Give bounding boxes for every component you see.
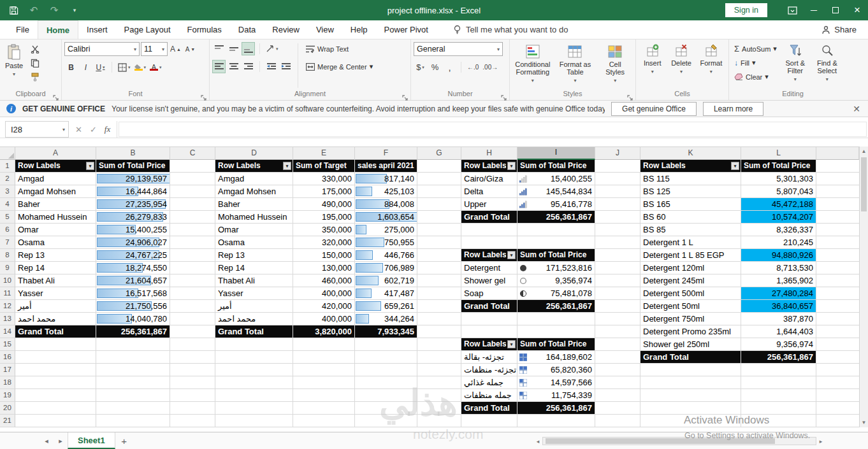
cell-J8[interactable] <box>595 249 640 262</box>
cell-A4[interactable]: Baher <box>15 198 96 211</box>
cell-E14[interactable]: 3,820,000 <box>293 325 355 338</box>
cell-J10[interactable] <box>595 274 640 287</box>
cell-L20[interactable] <box>741 402 816 415</box>
cell-K14[interactable]: Detergent Promo 235ml <box>640 325 741 338</box>
cell-G5[interactable] <box>417 211 461 224</box>
cell-H13[interactable] <box>461 313 517 325</box>
cell-F17[interactable] <box>355 364 417 376</box>
cell-L19[interactable] <box>741 389 816 402</box>
font-color-button[interactable]: A▾ <box>148 61 163 74</box>
align-left-button[interactable] <box>212 60 226 73</box>
cell-H16[interactable]: تجزئه- بقالة <box>461 351 517 364</box>
cell-A10[interactable]: Thabet Ali <box>15 274 96 287</box>
cell-C9[interactable] <box>170 262 215 274</box>
column-header-H[interactable]: H <box>461 147 517 160</box>
save-icon[interactable] <box>8 4 19 16</box>
cell-C3[interactable] <box>170 185 215 198</box>
cell-L8[interactable]: 94,880,926 <box>741 249 816 262</box>
cell-G16[interactable] <box>417 351 461 364</box>
column-header-I[interactable]: I <box>517 147 595 160</box>
cell-H4[interactable]: Upper <box>461 198 517 211</box>
cell-I10[interactable]: 9,356,974 <box>517 274 595 287</box>
cell-L13[interactable]: 387,870 <box>741 313 816 325</box>
cell-C12[interactable] <box>170 300 215 313</box>
cell-H20[interactable]: Grand Total <box>461 402 517 415</box>
increase-decimal-button[interactable]: ←.0 <box>466 61 480 74</box>
cell-A18[interactable] <box>15 376 96 389</box>
cell-B9[interactable]: 18,274,550 <box>96 262 170 274</box>
font-name-select[interactable]: Calibri▾ <box>64 42 140 56</box>
cell-H19[interactable]: جمله منظفات <box>461 389 517 402</box>
row-header-6[interactable]: 6 <box>0 224 15 236</box>
cell-C11[interactable] <box>170 287 215 300</box>
cell-B8[interactable]: 24,767,225 <box>96 249 170 262</box>
cell-K13[interactable]: Detergent 750ml <box>640 313 741 325</box>
cell-H18[interactable]: جمله غذائي <box>461 376 517 389</box>
cell-H9[interactable]: Detergent <box>461 262 517 274</box>
row-header-13[interactable]: 13 <box>0 313 15 325</box>
tab-help[interactable]: Help <box>342 20 376 39</box>
cell-F10[interactable]: 602,719 <box>355 274 417 287</box>
cell-E4[interactable]: 490,000 <box>293 198 355 211</box>
cell-D16[interactable] <box>215 351 293 364</box>
cell-J1[interactable] <box>595 160 640 173</box>
cell-I18[interactable]: 14,597,566 <box>517 376 595 389</box>
cell-K15[interactable]: Shower gel 250ml <box>640 338 741 351</box>
cell-J9[interactable] <box>595 262 640 274</box>
cell-J12[interactable] <box>595 300 640 313</box>
cell-D18[interactable] <box>215 376 293 389</box>
cell-G10[interactable] <box>417 274 461 287</box>
cell-A2[interactable]: Amgad <box>15 173 96 185</box>
cell-F12[interactable]: 659,261 <box>355 300 417 313</box>
cell-styles-button[interactable]: Cell Styles ▾ <box>597 42 633 87</box>
row-header-4[interactable]: 4 <box>0 198 15 211</box>
cell-L12[interactable]: 36,840,657 <box>741 300 816 313</box>
cell-A17[interactable] <box>15 364 96 376</box>
scroll-up-icon[interactable]: ▲ <box>860 146 868 156</box>
cell-A5[interactable]: Mohamed Hussein <box>15 211 96 224</box>
cut-button[interactable] <box>28 42 41 55</box>
cell-K1[interactable]: Row Labels▾ <box>640 160 741 173</box>
close-button[interactable]: × <box>846 0 868 20</box>
formula-input[interactable] <box>119 122 867 137</box>
cell-E3[interactable]: 175,000 <box>293 185 355 198</box>
cell-C7[interactable] <box>170 236 215 249</box>
cell-G2[interactable] <box>417 173 461 185</box>
cell-C6[interactable] <box>170 224 215 236</box>
align-right-button[interactable] <box>242 60 255 73</box>
cell-C5[interactable] <box>170 211 215 224</box>
cell-H21[interactable] <box>461 415 517 427</box>
cell-A3[interactable]: Amgad Mohsen <box>15 185 96 198</box>
cell-F11[interactable]: 417,487 <box>355 287 417 300</box>
clear-button[interactable]: Clear▾ <box>732 70 779 83</box>
cell-A9[interactable]: Rep 14 <box>15 262 96 274</box>
row-header-1[interactable]: 1 <box>0 160 15 173</box>
cell-F20[interactable] <box>355 402 417 415</box>
cell-B18[interactable] <box>96 376 170 389</box>
cell-I6[interactable] <box>517 224 595 236</box>
cell-L1[interactable]: Sum of Total Price <box>741 160 816 173</box>
cell-C8[interactable] <box>170 249 215 262</box>
cell-B12[interactable]: 21,750,556 <box>96 300 170 313</box>
cell-D13[interactable]: محمد احمد <box>215 313 293 325</box>
cell-G3[interactable] <box>417 185 461 198</box>
find-select-button[interactable]: Find & Select ▾ <box>811 42 843 85</box>
cancel-icon[interactable]: ✕ <box>75 125 82 134</box>
scroll-down-icon[interactable]: ▼ <box>860 418 868 427</box>
number-dialog-launcher[interactable] <box>501 92 507 98</box>
cell-I1[interactable]: Sum of Total Price <box>517 160 595 173</box>
cell-K4[interactable]: BS 165 <box>640 198 741 211</box>
cell-C19[interactable] <box>170 389 215 402</box>
cell-I9[interactable]: 171,523,816 <box>517 262 595 274</box>
scroll-left-icon[interactable]: ◂ <box>533 438 542 445</box>
cell-B1[interactable]: Sum of Total Price <box>96 160 170 173</box>
cell-E20[interactable] <box>293 402 355 415</box>
cell-G4[interactable] <box>417 198 461 211</box>
cell-G9[interactable] <box>417 262 461 274</box>
cell-B16[interactable] <box>96 351 170 364</box>
sheet-nav-right-icon[interactable]: ▸ <box>54 432 68 449</box>
cell-L21[interactable] <box>741 415 816 427</box>
cell-A14[interactable]: Grand Total <box>15 325 96 338</box>
cell-E9[interactable]: 130,000 <box>293 262 355 274</box>
cell-B5[interactable]: 26,279,833 <box>96 211 170 224</box>
